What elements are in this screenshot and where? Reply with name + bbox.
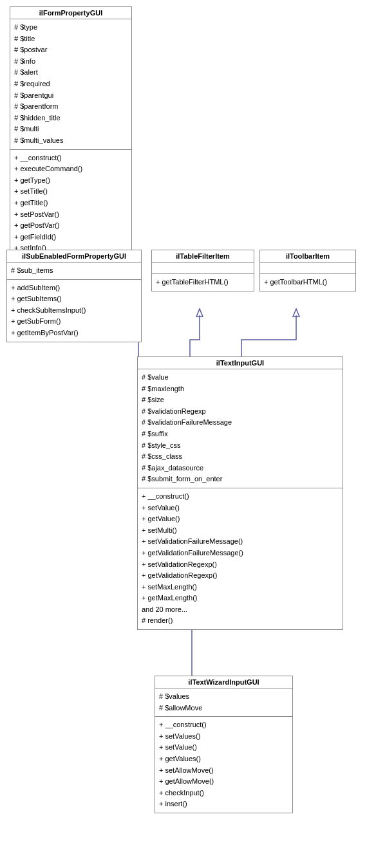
ilTextWizardInputGUI-methods: + __construct() + setValues() + setValue… bbox=[155, 717, 292, 813]
ilToolbarItem-box: ilToolbarItem + getToolbarHTML() bbox=[259, 250, 356, 291]
ilTextWizardInputGUI-box: ilTextWizardInputGUI # $values # $allowM… bbox=[155, 676, 293, 813]
svg-marker-3 bbox=[196, 309, 203, 317]
ilTableFilterItem-fields bbox=[152, 263, 254, 274]
svg-marker-4 bbox=[293, 309, 299, 317]
ilToolbarItem-fields bbox=[260, 263, 355, 274]
ilTextInputGUI-fields: # $value # $maxlength # $size # $validat… bbox=[138, 369, 343, 488]
ilFormPropertyGUI-fields: # $type # $title # $postvar # $info # $a… bbox=[10, 19, 131, 150]
ilTableFilterItem-box: ilTableFilterItem + getTableFilterHTML() bbox=[151, 250, 254, 291]
ilTextInputGUI-methods: + __construct() + setValue() + getValue(… bbox=[138, 488, 343, 629]
ilSubEnabledFormPropertyGUI-box: ilSubEnabledFormPropertyGUI # $sub_items… bbox=[6, 250, 142, 342]
ilToolbarItem-title: ilToolbarItem bbox=[260, 250, 355, 263]
diagram-container: ilFormPropertyGUI # $type # $title # $po… bbox=[0, 0, 376, 868]
ilTextWizardInputGUI-fields: # $values # $allowMove bbox=[155, 688, 292, 717]
ilFormPropertyGUI-title: ilFormPropertyGUI bbox=[10, 7, 131, 19]
ilTextWizardInputGUI-title: ilTextWizardInputGUI bbox=[155, 676, 292, 688]
ilTextInputGUI-title: ilTextInputGUI bbox=[138, 357, 343, 369]
ilTextInputGUI-box: ilTextInputGUI # $value # $maxlength # $… bbox=[137, 356, 343, 630]
ilTableFilterItem-title: ilTableFilterItem bbox=[152, 250, 254, 263]
ilSubEnabledFormPropertyGUI-fields: # $sub_items bbox=[7, 263, 141, 280]
ilTableFilterItem-methods: + getTableFilterHTML() bbox=[152, 274, 254, 291]
ilToolbarItem-methods: + getToolbarHTML() bbox=[260, 274, 355, 291]
ilSubEnabledFormPropertyGUI-methods: + addSubItem() + getSubItems() + checkSu… bbox=[7, 280, 141, 342]
ilSubEnabledFormPropertyGUI-title: ilSubEnabledFormPropertyGUI bbox=[7, 250, 141, 263]
